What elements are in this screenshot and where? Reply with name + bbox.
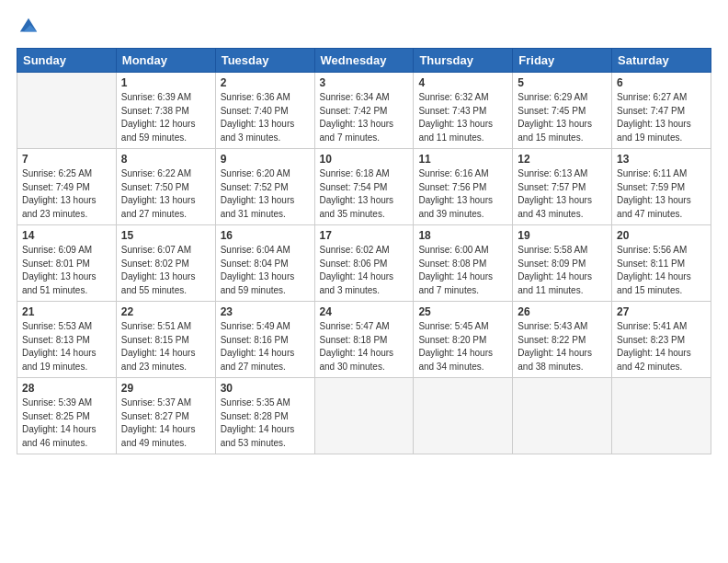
day-number: 5	[518, 76, 607, 89]
day-info: Sunrise: 6:39 AMSunset: 7:38 PMDaylight:…	[121, 91, 210, 144]
day-info: Sunrise: 6:11 AMSunset: 7:59 PMDaylight:…	[617, 167, 706, 221]
calendar-header-monday: Monday	[116, 49, 215, 73]
day-info: Sunrise: 6:13 AMSunset: 7:57 PMDaylight:…	[518, 167, 607, 221]
calendar-week-row: 21Sunrise: 5:53 AMSunset: 8:13 PMDayligh…	[17, 302, 711, 378]
day-info: Sunrise: 6:00 AMSunset: 8:08 PMDaylight:…	[418, 244, 507, 297]
day-info: Sunrise: 5:37 AMSunset: 8:27 PMDaylight:…	[121, 396, 210, 450]
day-info: Sunrise: 5:35 AMSunset: 8:28 PMDaylight:…	[221, 396, 310, 450]
day-info: Sunrise: 6:36 AMSunset: 7:40 PMDaylight:…	[221, 91, 310, 144]
day-info: Sunrise: 5:51 AMSunset: 8:15 PMDaylight:…	[121, 320, 210, 373]
calendar-week-row: 1Sunrise: 6:39 AMSunset: 7:38 PMDaylight…	[17, 73, 711, 149]
calendar-day-empty	[314, 378, 414, 454]
day-info: Sunrise: 6:04 AMSunset: 8:04 PMDaylight:…	[221, 244, 310, 297]
day-number: 7	[22, 153, 111, 166]
calendar-day-7: 7Sunrise: 6:25 AMSunset: 7:49 PMDaylight…	[17, 149, 117, 225]
calendar-day-4: 4Sunrise: 6:32 AMSunset: 7:43 PMDaylight…	[414, 73, 513, 149]
calendar-day-28: 28Sunrise: 5:39 AMSunset: 8:25 PMDayligh…	[17, 378, 117, 454]
calendar-day-27: 27Sunrise: 5:41 AMSunset: 8:23 PMDayligh…	[612, 302, 711, 378]
calendar-day-empty	[612, 378, 711, 454]
day-info: Sunrise: 5:58 AMSunset: 8:09 PMDaylight:…	[518, 244, 607, 297]
calendar-day-3: 3Sunrise: 6:34 AMSunset: 7:42 PMDaylight…	[314, 73, 414, 149]
day-number: 15	[121, 229, 210, 242]
day-number: 19	[518, 229, 607, 242]
calendar-day-13: 13Sunrise: 6:11 AMSunset: 7:59 PMDayligh…	[612, 149, 711, 225]
day-number: 3	[320, 76, 409, 89]
day-info: Sunrise: 6:07 AMSunset: 8:02 PMDaylight:…	[121, 244, 210, 297]
calendar-header-thursday: Thursday	[414, 49, 513, 73]
calendar-day-19: 19Sunrise: 5:58 AMSunset: 8:09 PMDayligh…	[513, 225, 612, 302]
day-number: 30	[221, 382, 310, 395]
day-number: 20	[617, 229, 706, 242]
day-info: Sunrise: 5:43 AMSunset: 8:22 PMDaylight:…	[518, 320, 607, 373]
calendar-day-6: 6Sunrise: 6:27 AMSunset: 7:47 PMDaylight…	[612, 73, 711, 149]
day-number: 14	[22, 229, 111, 242]
page: SundayMondayTuesdayWednesdayThursdayFrid…	[0, 0, 728, 563]
calendar-day-24: 24Sunrise: 5:47 AMSunset: 8:18 PMDayligh…	[314, 302, 414, 378]
calendar-header-wednesday: Wednesday	[314, 49, 414, 73]
day-number: 6	[617, 76, 706, 89]
day-info: Sunrise: 6:16 AMSunset: 7:56 PMDaylight:…	[418, 167, 507, 221]
calendar-day-23: 23Sunrise: 5:49 AMSunset: 8:16 PMDayligh…	[215, 302, 314, 378]
day-info: Sunrise: 6:02 AMSunset: 8:06 PMDaylight:…	[320, 244, 409, 297]
day-info: Sunrise: 6:20 AMSunset: 7:52 PMDaylight:…	[221, 167, 310, 221]
calendar-day-30: 30Sunrise: 5:35 AMSunset: 8:28 PMDayligh…	[215, 378, 314, 454]
day-info: Sunrise: 6:29 AMSunset: 7:45 PMDaylight:…	[518, 91, 607, 144]
calendar-day-17: 17Sunrise: 6:02 AMSunset: 8:06 PMDayligh…	[314, 225, 414, 302]
day-number: 11	[418, 153, 507, 166]
day-number: 8	[121, 153, 210, 166]
calendar-header-saturday: Saturday	[612, 49, 711, 73]
day-info: Sunrise: 5:47 AMSunset: 8:18 PMDaylight:…	[320, 320, 409, 373]
day-info: Sunrise: 6:32 AMSunset: 7:43 PMDaylight:…	[418, 91, 507, 144]
calendar-day-2: 2Sunrise: 6:36 AMSunset: 7:40 PMDaylight…	[215, 73, 314, 149]
day-info: Sunrise: 6:18 AMSunset: 7:54 PMDaylight:…	[320, 167, 409, 221]
calendar-day-14: 14Sunrise: 6:09 AMSunset: 8:01 PMDayligh…	[17, 225, 117, 302]
calendar-day-21: 21Sunrise: 5:53 AMSunset: 8:13 PMDayligh…	[17, 302, 117, 378]
day-number: 4	[418, 76, 507, 89]
day-info: Sunrise: 5:41 AMSunset: 8:23 PMDaylight:…	[617, 320, 706, 373]
calendar-table: SundayMondayTuesdayWednesdayThursdayFrid…	[17, 48, 711, 454]
calendar-day-22: 22Sunrise: 5:51 AMSunset: 8:15 PMDayligh…	[116, 302, 215, 378]
day-number: 24	[320, 305, 409, 318]
day-number: 28	[22, 382, 111, 395]
calendar-day-26: 26Sunrise: 5:43 AMSunset: 8:22 PMDayligh…	[513, 302, 612, 378]
day-number: 9	[221, 153, 310, 166]
calendar-header-sunday: Sunday	[17, 49, 117, 73]
day-number: 26	[518, 305, 607, 318]
day-number: 13	[617, 153, 706, 166]
day-info: Sunrise: 6:22 AMSunset: 7:50 PMDaylight:…	[121, 167, 210, 221]
day-number: 23	[221, 305, 310, 318]
calendar-day-25: 25Sunrise: 5:45 AMSunset: 8:20 PMDayligh…	[414, 302, 513, 378]
day-info: Sunrise: 5:49 AMSunset: 8:16 PMDaylight:…	[221, 320, 310, 373]
calendar-header-tuesday: Tuesday	[215, 49, 314, 73]
calendar-day-empty	[513, 378, 612, 454]
day-number: 17	[320, 229, 409, 242]
calendar-day-1: 1Sunrise: 6:39 AMSunset: 7:38 PMDaylight…	[116, 73, 215, 149]
calendar-day-empty	[414, 378, 513, 454]
day-info: Sunrise: 6:09 AMSunset: 8:01 PMDaylight:…	[22, 244, 111, 297]
calendar-day-8: 8Sunrise: 6:22 AMSunset: 7:50 PMDaylight…	[116, 149, 215, 225]
day-info: Sunrise: 6:25 AMSunset: 7:49 PMDaylight:…	[22, 167, 111, 221]
day-number: 2	[221, 76, 310, 89]
calendar-header-friday: Friday	[513, 49, 612, 73]
day-number: 12	[518, 153, 607, 166]
day-info: Sunrise: 5:45 AMSunset: 8:20 PMDaylight:…	[418, 320, 507, 373]
calendar-day-empty	[17, 73, 117, 149]
calendar-day-15: 15Sunrise: 6:07 AMSunset: 8:02 PMDayligh…	[116, 225, 215, 302]
calendar-header-row: SundayMondayTuesdayWednesdayThursdayFrid…	[17, 49, 711, 73]
calendar-day-9: 9Sunrise: 6:20 AMSunset: 7:52 PMDaylight…	[215, 149, 314, 225]
day-info: Sunrise: 6:27 AMSunset: 7:47 PMDaylight:…	[617, 91, 706, 144]
day-number: 29	[121, 382, 210, 395]
day-info: Sunrise: 5:56 AMSunset: 8:11 PMDaylight:…	[617, 244, 706, 297]
calendar-day-5: 5Sunrise: 6:29 AMSunset: 7:45 PMDaylight…	[513, 73, 612, 149]
day-info: Sunrise: 5:39 AMSunset: 8:25 PMDaylight:…	[22, 396, 111, 450]
calendar-day-10: 10Sunrise: 6:18 AMSunset: 7:54 PMDayligh…	[314, 149, 414, 225]
calendar-day-11: 11Sunrise: 6:16 AMSunset: 7:56 PMDayligh…	[414, 149, 513, 225]
logo-icon	[18, 17, 39, 37]
calendar-day-18: 18Sunrise: 6:00 AMSunset: 8:08 PMDayligh…	[414, 225, 513, 302]
day-number: 22	[121, 305, 210, 318]
day-number: 1	[121, 76, 210, 89]
calendar-day-20: 20Sunrise: 5:56 AMSunset: 8:11 PMDayligh…	[612, 225, 711, 302]
day-info: Sunrise: 6:34 AMSunset: 7:42 PMDaylight:…	[320, 91, 409, 144]
day-number: 16	[221, 229, 310, 242]
calendar-week-row: 7Sunrise: 6:25 AMSunset: 7:49 PMDaylight…	[17, 149, 711, 225]
